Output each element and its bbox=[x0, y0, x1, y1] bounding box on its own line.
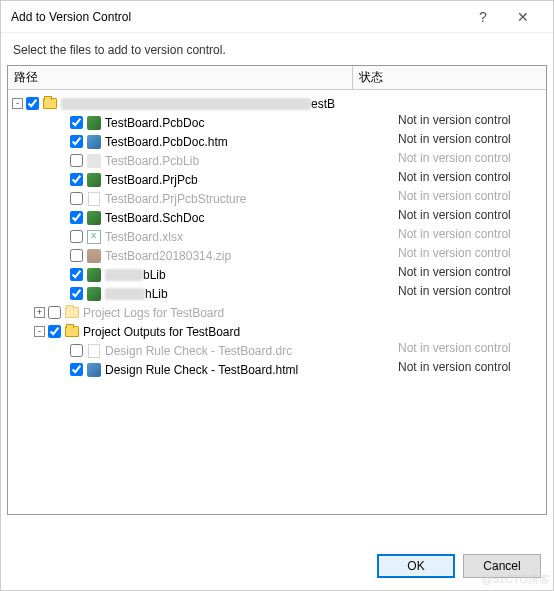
redacted-path bbox=[61, 98, 311, 110]
status-label: Not in version control bbox=[353, 284, 546, 303]
file-checkbox[interactable] bbox=[48, 306, 61, 319]
root-checkbox[interactable] bbox=[26, 97, 39, 110]
tree-row[interactable]: TestBoard.PcbDoc.htmNot in version contr… bbox=[8, 132, 546, 151]
tree-row[interactable]: TestBoard.SchDocNot in version control bbox=[8, 208, 546, 227]
pcb-doc-icon bbox=[86, 267, 102, 283]
tree-row[interactable]: TestBoard.xlsxNot in version control bbox=[8, 227, 546, 246]
file-checkbox[interactable] bbox=[70, 230, 83, 243]
file-label: TestBoard.PcbDoc bbox=[105, 116, 204, 130]
instruction-text: Select the files to add to version contr… bbox=[1, 33, 553, 65]
file-checkbox[interactable] bbox=[70, 249, 83, 262]
file-label: TestBoard.PcbDoc.htm bbox=[105, 135, 228, 149]
status-label: Not in version control bbox=[353, 132, 546, 151]
status-label: Not in version control bbox=[353, 227, 546, 246]
tree-row[interactable]: TestBoard.PcbLibNot in version control bbox=[8, 151, 546, 170]
file-checkbox[interactable] bbox=[70, 192, 83, 205]
tree-row[interactable]: +Project Logs for TestBoard bbox=[8, 303, 546, 322]
toggle-collapse-icon[interactable]: - bbox=[12, 98, 23, 109]
file-checkbox[interactable] bbox=[70, 363, 83, 376]
html-icon bbox=[86, 362, 102, 378]
titlebar: Add to Version Control ? ✕ bbox=[1, 1, 553, 33]
file-label: Design Rule Check - TestBoard.drc bbox=[105, 344, 292, 358]
file-label: hLib bbox=[145, 287, 168, 301]
file-label: TestBoard.xlsx bbox=[105, 230, 183, 244]
pcb-doc-icon bbox=[86, 115, 102, 131]
tree-row[interactable]: TestBoard.PrjPcbStructureNot in version … bbox=[8, 189, 546, 208]
column-state[interactable]: 状态 bbox=[353, 66, 546, 89]
toggle-collapse-icon[interactable]: - bbox=[34, 326, 45, 337]
status-label: Not in version control bbox=[353, 151, 546, 170]
tree-row[interactable]: -Project Outputs for TestBoard bbox=[8, 322, 546, 341]
file-checkbox[interactable] bbox=[70, 135, 83, 148]
file-label: bLib bbox=[143, 268, 166, 282]
file-checkbox[interactable] bbox=[70, 268, 83, 281]
close-button[interactable]: ✕ bbox=[503, 9, 543, 25]
status-label: Not in version control bbox=[353, 360, 546, 379]
file-label: TestBoard20180314.zip bbox=[105, 249, 231, 263]
folder-icon bbox=[42, 96, 58, 112]
file-label: TestBoard.SchDoc bbox=[105, 211, 204, 225]
file-label: TestBoard.PcbLib bbox=[105, 154, 199, 168]
status-label bbox=[353, 303, 546, 322]
column-path[interactable]: 路径 bbox=[8, 66, 353, 89]
archive-icon bbox=[86, 248, 102, 264]
status-label: Not in version control bbox=[353, 265, 546, 284]
file-label: Design Rule Check - TestBoard.html bbox=[105, 363, 298, 377]
file-checkbox[interactable] bbox=[70, 287, 83, 300]
tree-row[interactable]: hLibNot in version control bbox=[8, 284, 546, 303]
redacted-text bbox=[105, 288, 145, 300]
tree-row[interactable]: TestBoard.PcbDocNot in version control bbox=[8, 113, 546, 132]
file-checkbox[interactable] bbox=[70, 344, 83, 357]
window-title: Add to Version Control bbox=[11, 10, 463, 24]
file-label: TestBoard.PrjPcb bbox=[105, 173, 198, 187]
status-label bbox=[353, 322, 546, 341]
status-label: Not in version control bbox=[353, 246, 546, 265]
tree-row[interactable]: Design Rule Check - TestBoard.drcNot in … bbox=[8, 341, 546, 360]
file-icon bbox=[86, 343, 102, 359]
html-icon bbox=[86, 134, 102, 150]
tree-row[interactable]: TestBoard.PrjPcbNot in version control bbox=[8, 170, 546, 189]
cancel-button[interactable]: Cancel bbox=[463, 554, 541, 578]
tree-row[interactable]: TestBoard20180314.zipNot in version cont… bbox=[8, 246, 546, 265]
folder-icon bbox=[64, 324, 80, 340]
pcb-doc-icon bbox=[86, 286, 102, 302]
file-label: Project Logs for TestBoard bbox=[83, 306, 224, 320]
file-label: TestBoard.PrjPcbStructure bbox=[105, 192, 246, 206]
toggle-expand-icon[interactable]: + bbox=[34, 307, 45, 318]
file-checkbox[interactable] bbox=[70, 116, 83, 129]
file-checkbox[interactable] bbox=[70, 173, 83, 186]
file-icon bbox=[86, 191, 102, 207]
excel-icon bbox=[86, 229, 102, 245]
dialog-footer: OK Cancel bbox=[1, 542, 553, 590]
help-button[interactable]: ? bbox=[463, 9, 503, 25]
root-label-suffix: estB bbox=[311, 97, 335, 111]
tree-row[interactable]: Design Rule Check - TestBoard.htmlNot in… bbox=[8, 360, 546, 379]
lib-icon bbox=[86, 153, 102, 169]
pcb-doc-icon bbox=[86, 210, 102, 226]
file-label: Project Outputs for TestBoard bbox=[83, 325, 240, 339]
redacted-text bbox=[105, 269, 143, 281]
file-checkbox[interactable] bbox=[70, 211, 83, 224]
status-label: Not in version control bbox=[353, 113, 546, 132]
file-tree-panel: 路径 状态 -estBTestBoard.PcbDocNot in versio… bbox=[7, 65, 547, 515]
status-label: Not in version control bbox=[353, 208, 546, 227]
file-checkbox[interactable] bbox=[70, 154, 83, 167]
status-label: Not in version control bbox=[353, 170, 546, 189]
tree-row[interactable]: bLibNot in version control bbox=[8, 265, 546, 284]
status-label: Not in version control bbox=[353, 189, 546, 208]
status-label: Not in version control bbox=[353, 341, 546, 360]
file-tree: -estBTestBoard.PcbDocNot in version cont… bbox=[8, 90, 546, 514]
file-checkbox[interactable] bbox=[48, 325, 61, 338]
folder-icon bbox=[64, 305, 80, 321]
pcb-doc-icon bbox=[86, 172, 102, 188]
column-headers: 路径 状态 bbox=[8, 66, 546, 90]
ok-button[interactable]: OK bbox=[377, 554, 455, 578]
